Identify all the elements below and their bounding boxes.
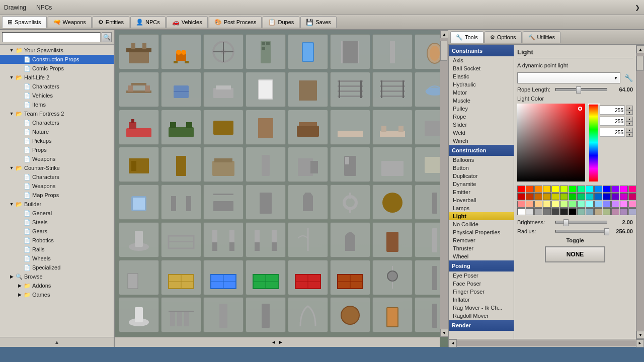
tree-item-builder-rails[interactable]: 📄 Rails [0, 245, 114, 254]
color-swatch[interactable] [628, 201, 636, 208]
color-swatch[interactable] [551, 193, 559, 200]
grid-item[interactable] [330, 110, 370, 145]
color-swatch[interactable] [603, 193, 611, 200]
construction-item[interactable]: Light [449, 212, 514, 220]
construction-item[interactable]: Emitter [449, 188, 514, 196]
posing-item[interactable]: Inflator [449, 296, 514, 304]
construction-item[interactable]: Duplicator [449, 172, 514, 180]
color-swatch[interactable] [611, 186, 619, 193]
color-swatch[interactable] [594, 208, 602, 215]
tab-entities[interactable]: ⚙ Entities [93, 16, 129, 28]
color-swatch[interactable] [517, 208, 525, 215]
construction-item[interactable]: Dynamite [449, 180, 514, 188]
toggle-addons[interactable]: ▶ [16, 282, 23, 289]
tree-item-spawnlists[interactable]: ▼ 📁 Your Spawnlists [0, 46, 114, 55]
tab-npcs[interactable]: 👤 NPCs [130, 16, 166, 28]
toggle-builder[interactable]: ▼ [8, 201, 15, 208]
color-swatch[interactable] [569, 208, 577, 215]
tree-item-builder-gears[interactable]: 📄 Gears [0, 227, 114, 236]
search-button[interactable]: 🔍 [102, 32, 112, 42]
grid-item[interactable] [203, 34, 244, 69]
color-swatch[interactable] [543, 201, 551, 208]
posing-item[interactable]: Eye Poser [449, 272, 514, 280]
constraint-item[interactable]: Rope [449, 113, 514, 121]
grid-item[interactable] [246, 34, 286, 69]
construction-item[interactable]: Lamps [449, 204, 514, 212]
grid-item[interactable] [246, 260, 286, 295]
color-swatch[interactable] [551, 208, 559, 215]
grid-item[interactable] [372, 34, 413, 69]
rgb-g-input[interactable] [600, 117, 625, 126]
color-swatch[interactable] [628, 193, 636, 200]
tab-weapons[interactable]: 🔫 Weapons [48, 16, 92, 28]
grid-item[interactable] [203, 260, 244, 295]
color-swatch[interactable] [569, 193, 577, 200]
grid-item[interactable] [119, 297, 159, 332]
bottom-scroll-track[interactable] [457, 340, 636, 346]
toggle-games[interactable]: ▶ [16, 291, 23, 298]
light-dropdown[interactable]: ▼ [517, 72, 620, 83]
constraint-item[interactable]: Winch [449, 137, 514, 145]
color-swatch[interactable] [603, 186, 611, 193]
construction-item[interactable]: Physical Properties [449, 228, 514, 236]
color-swatch[interactable] [586, 193, 594, 200]
tree-item-hl2-items[interactable]: 📄 Items [0, 100, 114, 109]
tree-item-tf2-nature[interactable]: 📄 Nature [0, 127, 114, 136]
rgb-g-up[interactable]: ▲ [626, 117, 633, 121]
grid-item[interactable] [246, 185, 286, 220]
grid-item[interactable] [246, 147, 286, 182]
grid-item[interactable] [203, 297, 244, 332]
color-swatch[interactable] [551, 201, 559, 208]
brightness-thumb[interactable] [564, 219, 569, 226]
color-swatch[interactable] [594, 193, 602, 200]
grid-item[interactable] [119, 110, 159, 145]
color-swatch[interactable] [577, 193, 585, 200]
grid-item[interactable] [119, 72, 159, 107]
posing-item[interactable]: Finger Poser [449, 288, 514, 296]
grid-item[interactable] [330, 34, 370, 69]
color-swatch[interactable] [577, 208, 585, 215]
center-scroll-down[interactable]: ▼ [440, 329, 448, 337]
constraint-item[interactable]: Weld [449, 129, 514, 137]
brightness-track[interactable] [555, 221, 607, 224]
grid-item[interactable] [161, 185, 201, 220]
grid-item[interactable] [288, 297, 328, 332]
grid-item[interactable] [288, 110, 328, 145]
radius-thumb[interactable] [604, 228, 609, 235]
color-swatch[interactable] [517, 186, 525, 193]
rope-length-track[interactable] [555, 88, 607, 91]
construction-item[interactable]: No Collide [449, 220, 514, 228]
grid-item[interactable] [119, 185, 159, 220]
tab-postprocess[interactable]: 🎨 Post Process [209, 16, 262, 28]
color-swatch[interactable] [628, 186, 636, 193]
constraint-item[interactable]: Ball Socket [449, 64, 514, 72]
color-swatch[interactable] [543, 193, 551, 200]
color-swatch[interactable] [603, 201, 611, 208]
tree-item-tf2-weapons[interactable]: 📄 Weapons [0, 154, 114, 163]
grid-item[interactable] [288, 72, 328, 107]
tab-vehicles[interactable]: 🚗 Vehicles [167, 16, 208, 28]
tree-item-builder-specialized[interactable]: 📄 Specialized [0, 263, 114, 272]
color-swatch[interactable] [560, 193, 568, 200]
menu-npcs[interactable]: NPCs [36, 4, 52, 11]
color-swatch[interactable] [620, 186, 628, 193]
grid-item[interactable] [372, 297, 413, 332]
tree-item-builder-wheels[interactable]: 📄 Wheels [0, 254, 114, 263]
tab-saves[interactable]: 💾 Saves [300, 16, 337, 28]
rgb-r-input[interactable] [600, 106, 625, 115]
color-swatch[interactable] [560, 186, 568, 193]
grid-item[interactable] [161, 147, 201, 182]
color-swatch[interactable] [611, 208, 619, 215]
tab-dupes[interactable]: 📋 Dupes [263, 16, 299, 28]
grid-item[interactable] [203, 222, 244, 257]
color-swatch[interactable] [594, 201, 602, 208]
color-swatch[interactable] [526, 208, 534, 215]
tree-item-cs-characters[interactable]: 📄 Characters [0, 172, 114, 182]
center-nav-left[interactable]: ◄ [271, 339, 276, 345]
tree-item-hl2[interactable]: ▼ 📂 Half-Life 2 [0, 73, 114, 82]
radius-track[interactable] [555, 230, 607, 233]
rgb-r-down[interactable]: ▼ [626, 110, 633, 115]
search-input[interactable] [2, 32, 101, 42]
color-swatch[interactable] [534, 201, 542, 208]
tree-item-games[interactable]: ▶ 📁 Games [0, 290, 114, 299]
